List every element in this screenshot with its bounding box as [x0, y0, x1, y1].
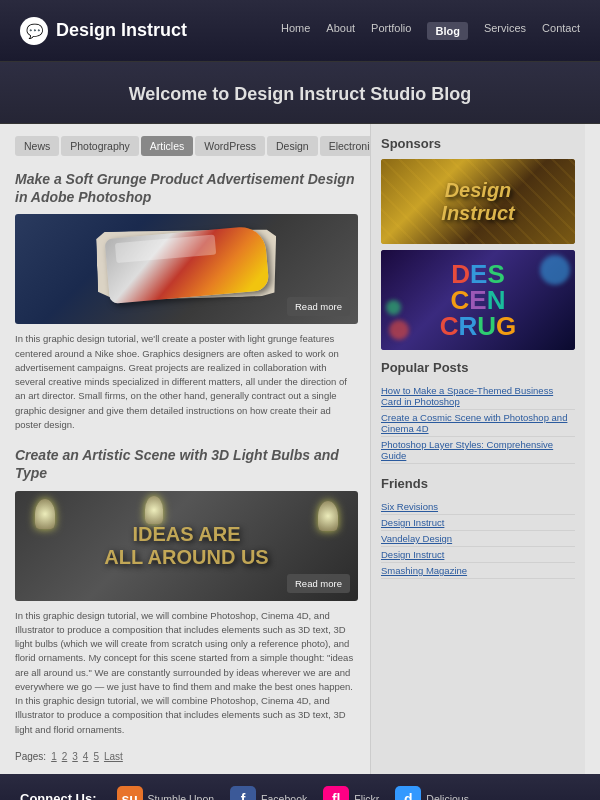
shoe-laces [114, 235, 215, 264]
sponsor-image-2[interactable]: DES CEN CRUG [381, 250, 575, 350]
friends-list: Six Revisions Design Instruct Vandelay D… [381, 499, 575, 579]
stumbleupon-icon: su [117, 786, 143, 800]
flickr-icon: fl [323, 786, 349, 800]
connect-label: Connect Us: [20, 791, 97, 800]
article-2-image: IDEAS AREALL AROUND US Read more [15, 491, 358, 601]
nav-contact[interactable]: Contact [542, 22, 580, 40]
friend-4[interactable]: Design Instruct [381, 547, 575, 563]
welcome-title: Welcome to Design Instruct Studio Blog [0, 84, 600, 105]
page-last[interactable]: Last [104, 751, 123, 762]
tab-news[interactable]: News [15, 136, 59, 156]
logo-icon: 💬 [20, 17, 48, 45]
delicious-icon: d [395, 786, 421, 800]
facebook-label: Facebook [261, 793, 307, 800]
friend-1[interactable]: Six Revisions [381, 499, 575, 515]
popular-post-2[interactable]: Create a Cosmic Scene with Photoshop and… [381, 410, 575, 437]
shoe-illustration [77, 224, 297, 314]
sponsor-1-text: DesignInstruct [441, 179, 514, 225]
page-4[interactable]: 4 [83, 751, 89, 762]
content-wrapper: News Photography Articles WordPress Desi… [0, 124, 600, 774]
logo-text: Design Instruct [56, 20, 187, 41]
friend-3[interactable]: Vandelay Design [381, 531, 575, 547]
page-5[interactable]: 5 [93, 751, 99, 762]
popular-posts-title: Popular Posts [381, 360, 575, 375]
friends-title: Friends [381, 476, 575, 491]
bulb-3 [318, 501, 338, 531]
welcome-banner: Welcome to Design Instruct Studio Blog [0, 62, 600, 124]
tab-articles[interactable]: Articles [141, 136, 193, 156]
article-2-title[interactable]: Create an Artistic Scene with 3D Light B… [15, 446, 358, 482]
nav-services[interactable]: Services [484, 22, 526, 40]
tab-design[interactable]: Design [267, 136, 318, 156]
friend-5[interactable]: Smashing Magazine [381, 563, 575, 579]
page-3[interactable]: 3 [72, 751, 78, 762]
ideas-text: IDEAS AREALL AROUND US [104, 523, 268, 569]
social-facebook[interactable]: f Facebook [230, 786, 307, 800]
social-stumbleupon[interactable]: su Stumble Upon [117, 786, 215, 800]
page-1[interactable]: 1 [51, 751, 57, 762]
nav-about[interactable]: About [326, 22, 355, 40]
tab-photography[interactable]: Photography [61, 136, 139, 156]
article-1-excerpt: In this graphic design tutorial, we'll c… [15, 332, 358, 432]
logo-area: 💬 Design Instruct [20, 17, 187, 45]
stumbleupon-label: Stumble Upon [148, 793, 215, 800]
popular-posts-list: How to Make a Space-Themed Business Card… [381, 383, 575, 464]
bulb-2 [145, 496, 163, 524]
tabs: News Photography Articles WordPress Desi… [15, 136, 358, 156]
article-1-read-more[interactable]: Read more [287, 297, 350, 316]
nav-blog[interactable]: Blog [427, 22, 467, 40]
social-bar: Connect Us: su Stumble Upon f Facebook f… [0, 774, 600, 800]
article-1: Make a Soft Grunge Product Advertisement… [15, 170, 358, 432]
right-col: Sponsors DesignInstruct DES CEN CRUG Pop… [370, 124, 585, 774]
social-flickr[interactable]: fl Flickr [323, 786, 379, 800]
main-nav: Home About Portfolio Blog Services Conta… [281, 22, 580, 40]
sponsor-2-letters: DES CEN CRUG [440, 261, 517, 339]
nav-portfolio[interactable]: Portfolio [371, 22, 411, 40]
sponsor-image-1[interactable]: DesignInstruct [381, 159, 575, 244]
article-2-read-more[interactable]: Read more [287, 574, 350, 593]
sponsors-title: Sponsors [381, 136, 575, 151]
article-1-title[interactable]: Make a Soft Grunge Product Advertisement… [15, 170, 358, 206]
facebook-icon: f [230, 786, 256, 800]
nav-home[interactable]: Home [281, 22, 310, 40]
article-2: Create an Artistic Scene with 3D Light B… [15, 446, 358, 737]
header: 💬 Design Instruct Home About Portfolio B… [0, 0, 600, 62]
blob-2 [389, 320, 409, 340]
flickr-label: Flickr [354, 793, 379, 800]
left-col: News Photography Articles WordPress Desi… [0, 124, 370, 774]
popular-post-3[interactable]: Photoshop Layer Styles: Comprehensive Gu… [381, 437, 575, 464]
article-1-image: Read more [15, 214, 358, 324]
bulb-1 [35, 499, 55, 529]
pagination-label: Pages: [15, 751, 46, 762]
delicious-label: Delicious [426, 793, 469, 800]
social-delicious[interactable]: d Delicious [395, 786, 469, 800]
blob-1 [540, 255, 570, 285]
article-2-excerpt: In this graphic design tutorial, we will… [15, 609, 358, 737]
page-2[interactable]: 2 [62, 751, 68, 762]
blob-3 [386, 300, 401, 315]
tab-wordpress[interactable]: WordPress [195, 136, 265, 156]
popular-post-1[interactable]: How to Make a Space-Themed Business Card… [381, 383, 575, 410]
ideas-graphic: IDEAS AREALL AROUND US [104, 523, 268, 569]
pagination: Pages: 1 2 3 4 5 Last [15, 751, 358, 762]
friend-2[interactable]: Design Instruct [381, 515, 575, 531]
